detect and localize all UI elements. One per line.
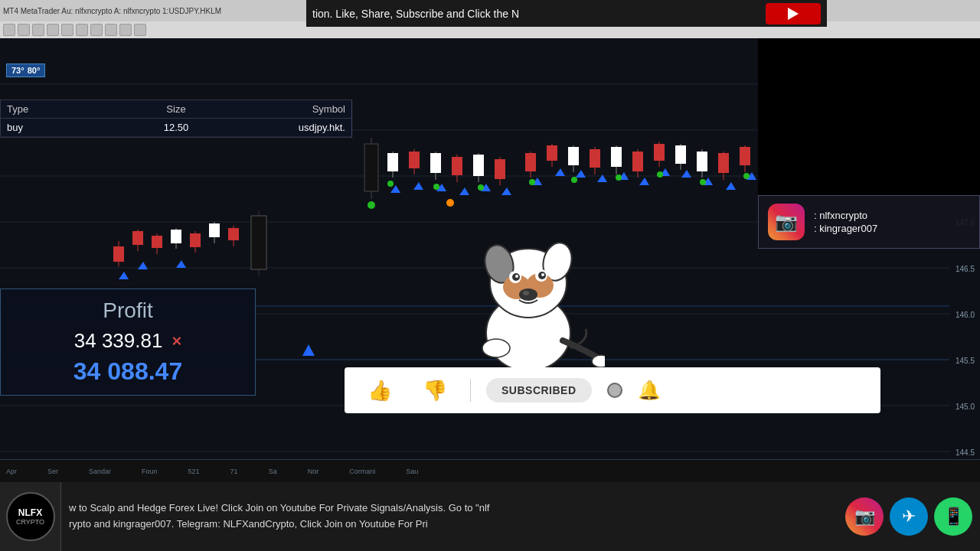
youtube-ticker-bar: tion. Like, Share, Subscribe and Click t… bbox=[306, 0, 827, 27]
svg-marker-87 bbox=[501, 187, 511, 195]
timeline-label-10: Sau bbox=[406, 468, 418, 475]
svg-point-111 bbox=[478, 184, 484, 191]
svg-marker-82 bbox=[390, 185, 400, 193]
svg-point-115 bbox=[657, 171, 663, 178]
toolbar-btn-8[interactable] bbox=[105, 24, 117, 36]
chart-timeline: Apr Ser Sandar Foun 521 71 Sa Nor Corman… bbox=[0, 459, 980, 482]
social-icons-bar: 📷 ✈ 📱 bbox=[838, 497, 980, 536]
toolbar-btn-2[interactable] bbox=[18, 24, 30, 36]
social-interaction-bar: 👍 👎 SUBSCRIBED 🔔 bbox=[345, 367, 880, 413]
svg-marker-89 bbox=[555, 168, 565, 176]
svg-rect-38 bbox=[473, 155, 484, 176]
svg-rect-22 bbox=[209, 223, 220, 237]
svg-rect-30 bbox=[387, 153, 398, 171]
timeline-label-9: Cormani bbox=[349, 468, 375, 475]
telegram-button[interactable]: ✈ bbox=[890, 497, 928, 536]
svg-marker-92 bbox=[619, 172, 629, 180]
camera-icon: 📷 bbox=[775, 211, 798, 233]
profit-value-row: 34 339.81 × bbox=[13, 329, 243, 353]
dislike-button[interactable]: 👎 bbox=[415, 374, 455, 407]
instagram-button[interactable]: 📷 bbox=[845, 497, 884, 536]
svg-rect-32 bbox=[409, 152, 420, 168]
dog-mascot-svg bbox=[452, 214, 605, 383]
svg-rect-20 bbox=[190, 233, 201, 247]
youtube-logo-button[interactable] bbox=[766, 3, 821, 24]
toolbar-btn-4[interactable] bbox=[47, 24, 59, 36]
svg-marker-95 bbox=[681, 170, 691, 178]
svg-marker-91 bbox=[597, 174, 607, 182]
svg-marker-96 bbox=[703, 178, 713, 185]
svg-point-116 bbox=[700, 179, 706, 185]
svg-rect-34 bbox=[430, 153, 441, 173]
toolbar-btn-5[interactable] bbox=[61, 24, 74, 36]
trade-col-type-header: Type bbox=[7, 103, 119, 115]
whatsapp-button[interactable]: 📱 bbox=[934, 497, 972, 536]
bell-notification-icon[interactable]: 🔔 bbox=[638, 380, 661, 401]
timeline-label-1: Apr bbox=[6, 468, 17, 475]
timeline-label-2: Ser bbox=[47, 468, 58, 475]
like-icon: 👍 bbox=[368, 379, 392, 403]
svg-marker-107 bbox=[302, 344, 315, 356]
svg-rect-50 bbox=[611, 147, 622, 167]
svg-text:146.0: 146.0 bbox=[956, 311, 975, 319]
toolbar-btn-7[interactable] bbox=[90, 24, 103, 36]
timeline-label-3: Sandar bbox=[89, 468, 111, 475]
trade-info-panel: Type Size Symbol buy 12.50 usdjpy.hkt. bbox=[0, 99, 352, 138]
profit-close-button[interactable]: × bbox=[172, 331, 181, 351]
svg-point-145 bbox=[523, 291, 529, 295]
svg-text:145.5: 145.5 bbox=[956, 357, 975, 365]
youtube-play-icon bbox=[788, 8, 799, 20]
toolbar-btn-10[interactable] bbox=[134, 24, 146, 36]
svg-text:144.5: 144.5 bbox=[956, 448, 975, 457]
toolbar-btn-9[interactable] bbox=[119, 24, 132, 36]
cursor-indicator bbox=[607, 383, 622, 398]
svg-marker-97 bbox=[726, 182, 736, 190]
timeline-label-5: 521 bbox=[188, 468, 200, 475]
svg-point-146 bbox=[482, 339, 510, 357]
svg-rect-14 bbox=[132, 231, 143, 245]
svg-rect-52 bbox=[632, 152, 643, 171]
subscribe-button[interactable]: SUBSCRIBED bbox=[486, 378, 592, 403]
timeline-label-8: Nor bbox=[308, 468, 319, 475]
nlfx-subtitle: CRYPTO bbox=[16, 518, 44, 526]
toolbar-btn-6[interactable] bbox=[76, 24, 88, 36]
svg-marker-94 bbox=[660, 168, 670, 176]
svg-rect-18 bbox=[171, 230, 181, 243]
svg-marker-81 bbox=[176, 260, 186, 268]
svg-marker-88 bbox=[532, 178, 542, 185]
instagram-line1: : nlfxncrypto bbox=[814, 210, 877, 221]
trade-col-symbol-header: Symbol bbox=[233, 103, 345, 115]
svg-point-109 bbox=[387, 181, 394, 187]
svg-rect-36 bbox=[452, 157, 462, 175]
instagram-text: : nlfxncrypto : kingrager007 bbox=[814, 210, 877, 234]
svg-rect-26 bbox=[251, 216, 266, 269]
svg-rect-48 bbox=[590, 149, 600, 168]
profit-panel: Profit 34 339.81 × 34 088.47 bbox=[0, 289, 256, 396]
svg-rect-40 bbox=[495, 159, 505, 179]
ticker-line-2: rypto and kingrager007. Telegram: NLFXan… bbox=[69, 517, 830, 533]
nlfx-circle-badge: NLFX CRYPTO bbox=[6, 492, 55, 541]
svg-point-144 bbox=[519, 289, 537, 301]
toolbar-btn-1[interactable] bbox=[3, 24, 15, 36]
svg-marker-84 bbox=[436, 184, 446, 191]
bottom-ticker-bar: NLFX CRYPTO w to Scalp and Hedge Forex L… bbox=[0, 482, 980, 551]
nlfx-name: NLFX bbox=[18, 507, 42, 518]
svg-rect-12 bbox=[113, 246, 124, 262]
trade-header: Type Size Symbol bbox=[1, 100, 351, 119]
dog-mascot bbox=[452, 214, 605, 383]
svg-point-122 bbox=[446, 199, 454, 207]
toolbar-btn-3[interactable] bbox=[32, 24, 44, 36]
svg-marker-79 bbox=[119, 272, 129, 279]
svg-marker-93 bbox=[639, 178, 649, 185]
svg-marker-98 bbox=[746, 172, 756, 180]
svg-marker-90 bbox=[576, 170, 586, 178]
nlfx-logo: NLFX CRYPTO bbox=[0, 482, 61, 551]
timeline-label-7: Sa bbox=[269, 468, 277, 475]
like-button[interactable]: 👍 bbox=[360, 374, 400, 407]
svg-rect-44 bbox=[547, 145, 557, 161]
divider bbox=[470, 379, 471, 402]
window-title: MT4 MetaTrader Au: nlfxncrypto A: nlfxnc… bbox=[3, 7, 221, 15]
svg-rect-46 bbox=[568, 147, 579, 165]
trade-type: buy bbox=[7, 122, 119, 133]
svg-rect-58 bbox=[697, 152, 707, 171]
